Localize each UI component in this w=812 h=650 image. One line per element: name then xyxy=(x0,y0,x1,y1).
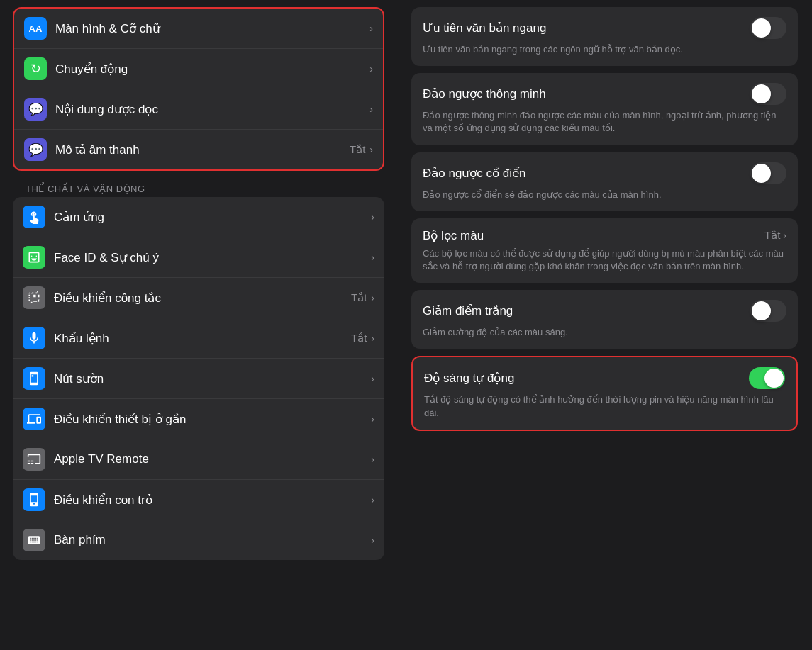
mo-ta-badge: Tắt xyxy=(350,143,365,156)
thiet-bi-label: Điều khiển thiết bị ở gần xyxy=(54,412,371,427)
mo-ta-chevron: › xyxy=(369,144,373,155)
bo-loc-mau-row: Bộ lọc màu Tắt › xyxy=(423,228,786,243)
bo-loc-mau-controls: Tắt › xyxy=(764,229,786,242)
ban-phim-chevron: › xyxy=(371,534,374,546)
setting-do-sang-tu-dong: Độ sáng tự động Tắt độ sáng tự động có t… xyxy=(411,356,798,430)
cong-tac-chevron: › xyxy=(371,292,374,303)
noi-dung-chevron: › xyxy=(369,103,373,115)
do-sang-tu-dong-desc: Tắt độ sáng tự động có thể ảnh hưởng đến… xyxy=(424,393,785,419)
bo-loc-mau-desc: Các bộ lọc màu có thể được sử dụng để gi… xyxy=(423,247,786,273)
chuyen-dong-label: Chuyển động xyxy=(55,62,369,77)
cong-tac-label: Điều khiển công tắc xyxy=(54,291,351,306)
thiet-bi-icon xyxy=(23,408,45,430)
dao-nguoc-thong-minh-title: Đảo ngược thông minh xyxy=(423,86,546,101)
bo-loc-mau-chevron[interactable]: › xyxy=(783,230,786,241)
menu-item-mo-ta[interactable]: 💬 Mô tả âm thanh Tắt › xyxy=(14,130,383,169)
setting-giam-diem-trang: Giảm điểm trắng Giảm cường độ của các mà… xyxy=(411,290,798,349)
cong-tac-icon xyxy=(23,286,45,309)
khau-lenh-icon xyxy=(23,327,45,349)
menu-item-cong-tac[interactable]: Điều khiển công tắc Tắt › xyxy=(13,278,384,318)
dao-nguoc-co-dien-toggle[interactable] xyxy=(750,162,786,184)
dao-nguoc-co-dien-thumb xyxy=(752,164,771,183)
mo-ta-label: Mô tả âm thanh xyxy=(55,142,350,157)
cong-tac-badge: Tắt xyxy=(351,291,367,304)
dao-nguoc-co-dien-title: Đảo ngược cổ điển xyxy=(423,166,526,181)
apple-tv-label: Apple TV Remote xyxy=(54,452,371,466)
ban-phim-icon xyxy=(23,529,45,551)
giam-diem-trang-toggle[interactable] xyxy=(750,300,786,322)
nut-suon-icon xyxy=(23,367,45,390)
menu-item-thiet-bi[interactable]: Điều khiển thiết bị ở gần › xyxy=(13,399,384,439)
menu-item-noi-dung[interactable]: 💬 Nội dung được đọc › xyxy=(14,89,383,130)
ban-phim-label: Bàn phím xyxy=(54,533,371,547)
con-tro-icon xyxy=(23,488,45,511)
menu-item-khau-lenh[interactable]: Khẩu lệnh Tắt › xyxy=(13,318,384,359)
menu-item-ban-phim[interactable]: Bàn phím › xyxy=(13,520,384,560)
giam-diem-trang-thumb xyxy=(752,301,771,320)
mo-ta-icon: 💬 xyxy=(24,138,47,161)
con-tro-label: Điều khiển con trỏ xyxy=(54,493,371,508)
setting-bo-loc-mau: Bộ lọc màu Tắt › Các bộ lọc màu có thể đ… xyxy=(411,218,798,283)
setting-dao-nguoc-co-dien: Đảo ngược cổ điển Đảo ngược cổ điển sẽ đ… xyxy=(411,152,798,211)
do-sang-tu-dong-title: Độ sáng tự động xyxy=(424,371,514,386)
man-hinh-icon: AA xyxy=(24,17,47,40)
bo-loc-mau-badge: Tắt xyxy=(764,229,780,242)
cam-ung-icon xyxy=(23,206,45,228)
dao-nguoc-thong-minh-desc: Đảo ngược thông minh đảo ngược các màu c… xyxy=(423,109,786,135)
menu-item-con-tro[interactable]: Điều khiển con trỏ › xyxy=(13,480,384,520)
face-id-label: Face ID & Sự chú ý xyxy=(54,250,371,265)
thiet-bi-chevron: › xyxy=(371,413,374,425)
menu-item-man-hinh[interactable]: AA Màn hình & Cỡ chữ › xyxy=(14,9,383,49)
nut-suon-label: Nút sườn xyxy=(54,371,371,386)
khau-lenh-label: Khẩu lệnh xyxy=(54,331,351,346)
uu-tien-row: Ưu tiên văn bản ngang xyxy=(423,17,786,39)
nut-suon-chevron: › xyxy=(371,373,374,384)
uu-tien-thumb xyxy=(752,18,771,38)
menu-item-apple-tv[interactable]: Apple TV Remote › xyxy=(13,439,384,480)
cam-ung-chevron: › xyxy=(371,211,374,223)
uu-tien-desc: Ưu tiên văn bản ngang trong các ngôn ngữ… xyxy=(423,43,786,56)
dao-nguoc-thong-minh-row: Đảo ngược thông minh xyxy=(423,83,786,105)
menu-item-nut-suon[interactable]: Nút sườn › xyxy=(13,359,384,399)
do-sang-tu-dong-row: Độ sáng tự động xyxy=(424,367,785,389)
giam-diem-trang-title: Giảm điểm trắng xyxy=(423,303,513,318)
noi-dung-icon: 💬 xyxy=(24,98,47,121)
dao-nguoc-co-dien-desc: Đảo ngược cổ điển sẽ đảo ngược các màu c… xyxy=(423,189,786,201)
chuyen-dong-icon: ↻ xyxy=(24,57,47,80)
uu-tien-toggle[interactable] xyxy=(750,17,786,39)
do-sang-tu-dong-toggle[interactable] xyxy=(749,367,785,389)
section-header: THỂ CHẤT VÀ VẬN ĐỘNG xyxy=(13,178,384,197)
menu-item-cam-ung[interactable]: Cảm ứng › xyxy=(13,197,384,237)
aa-text: AA xyxy=(29,23,43,34)
menu-item-chuyen-dong[interactable]: ↻ Chuyển động › xyxy=(14,49,383,89)
khau-lenh-badge: Tắt xyxy=(351,332,367,344)
top-settings-group: AA Màn hình & Cỡ chữ › ↻ Chuyển động › 💬… xyxy=(13,7,384,171)
dao-nguoc-thong-minh-thumb xyxy=(752,84,771,103)
apple-tv-icon xyxy=(23,448,45,471)
giam-diem-trang-row: Giảm điểm trắng xyxy=(423,300,786,322)
apple-tv-chevron: › xyxy=(371,454,374,465)
chuyen-dong-chevron: › xyxy=(369,63,373,74)
bottom-settings-group: Cảm ứng › Face ID & Sự chú ý › Điều khiể… xyxy=(13,197,384,560)
khau-lenh-chevron: › xyxy=(371,332,374,344)
noi-dung-label: Nội dung được đọc xyxy=(55,102,369,117)
face-id-chevron: › xyxy=(371,252,374,263)
uu-tien-title: Ưu tiên văn bản ngang xyxy=(423,21,546,35)
man-hinh-label: Màn hình & Cỡ chữ xyxy=(55,21,369,36)
do-sang-tu-dong-thumb xyxy=(764,369,784,388)
con-tro-chevron: › xyxy=(371,494,374,505)
menu-item-face-id[interactable]: Face ID & Sự chú ý › xyxy=(13,237,384,278)
dao-nguoc-thong-minh-toggle[interactable] xyxy=(750,83,786,105)
setting-dao-nguoc-thong-minh: Đảo ngược thông minh Đảo ngược thông min… xyxy=(411,73,798,145)
man-hinh-chevron: › xyxy=(369,23,373,34)
right-panel: Ưu tiên văn bản ngang Ưu tiên văn bản ng… xyxy=(397,0,812,650)
cam-ung-label: Cảm ứng xyxy=(54,210,371,225)
bo-loc-mau-title: Bộ lọc màu xyxy=(423,228,484,243)
face-id-icon xyxy=(23,246,45,269)
giam-diem-trang-desc: Giảm cường độ của các màu sáng. xyxy=(423,326,786,339)
dao-nguoc-co-dien-row: Đảo ngược cổ điển xyxy=(423,162,786,184)
setting-uu-tien: Ưu tiên văn bản ngang Ưu tiên văn bản ng… xyxy=(411,7,798,66)
left-panel: AA Màn hình & Cỡ chữ › ↻ Chuyển động › 💬… xyxy=(0,0,397,650)
